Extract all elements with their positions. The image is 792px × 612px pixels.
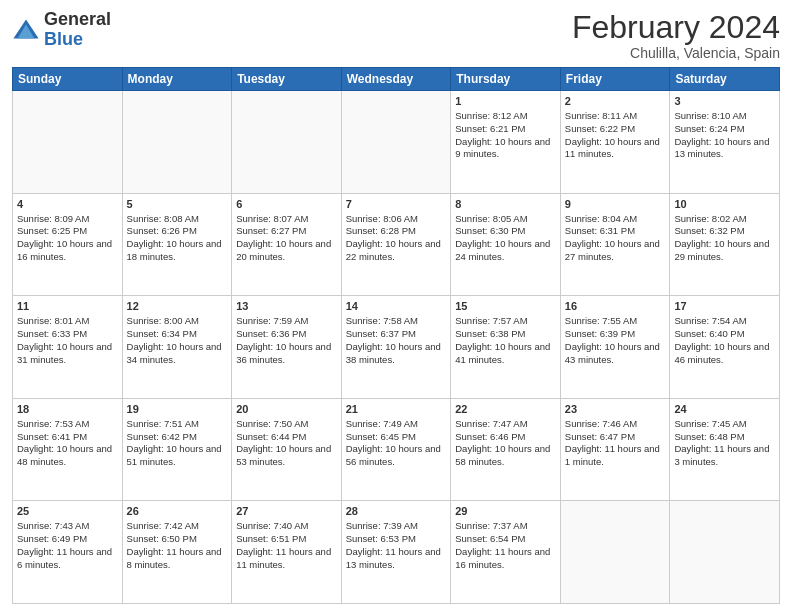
- day-info: Sunrise: 7:47 AMSunset: 6:46 PMDaylight:…: [455, 418, 556, 469]
- weekday-header-monday: Monday: [122, 68, 232, 91]
- logo-blue-text: Blue: [44, 30, 111, 50]
- day-info: Sunrise: 8:00 AMSunset: 6:34 PMDaylight:…: [127, 315, 228, 366]
- day-info: Sunrise: 7:50 AMSunset: 6:44 PMDaylight:…: [236, 418, 337, 469]
- day-number: 9: [565, 197, 666, 212]
- day-number: 17: [674, 299, 775, 314]
- day-info: Sunrise: 8:06 AMSunset: 6:28 PMDaylight:…: [346, 213, 447, 264]
- day-cell: [341, 91, 451, 194]
- day-info: Sunrise: 7:39 AMSunset: 6:53 PMDaylight:…: [346, 520, 447, 571]
- logo-general-text: General: [44, 10, 111, 30]
- day-info: Sunrise: 7:37 AMSunset: 6:54 PMDaylight:…: [455, 520, 556, 571]
- day-cell: 21Sunrise: 7:49 AMSunset: 6:45 PMDayligh…: [341, 398, 451, 501]
- day-number: 3: [674, 94, 775, 109]
- day-number: 29: [455, 504, 556, 519]
- weekday-header-sunday: Sunday: [13, 68, 123, 91]
- logo-icon: [12, 16, 40, 44]
- day-number: 6: [236, 197, 337, 212]
- day-cell: 22Sunrise: 7:47 AMSunset: 6:46 PMDayligh…: [451, 398, 561, 501]
- day-info: Sunrise: 7:40 AMSunset: 6:51 PMDaylight:…: [236, 520, 337, 571]
- day-number: 24: [674, 402, 775, 417]
- day-cell: 9Sunrise: 8:04 AMSunset: 6:31 PMDaylight…: [560, 193, 670, 296]
- day-cell: 24Sunrise: 7:45 AMSunset: 6:48 PMDayligh…: [670, 398, 780, 501]
- day-cell: 29Sunrise: 7:37 AMSunset: 6:54 PMDayligh…: [451, 501, 561, 604]
- day-info: Sunrise: 8:10 AMSunset: 6:24 PMDaylight:…: [674, 110, 775, 161]
- day-number: 8: [455, 197, 556, 212]
- day-number: 15: [455, 299, 556, 314]
- day-info: Sunrise: 7:46 AMSunset: 6:47 PMDaylight:…: [565, 418, 666, 469]
- day-info: Sunrise: 7:43 AMSunset: 6:49 PMDaylight:…: [17, 520, 118, 571]
- day-number: 12: [127, 299, 228, 314]
- day-cell: [670, 501, 780, 604]
- day-cell: 20Sunrise: 7:50 AMSunset: 6:44 PMDayligh…: [232, 398, 342, 501]
- day-number: 10: [674, 197, 775, 212]
- weekday-header-thursday: Thursday: [451, 68, 561, 91]
- day-number: 11: [17, 299, 118, 314]
- day-cell: 15Sunrise: 7:57 AMSunset: 6:38 PMDayligh…: [451, 296, 561, 399]
- title-block: February 2024 Chulilla, Valencia, Spain: [572, 10, 780, 61]
- day-info: Sunrise: 8:11 AMSunset: 6:22 PMDaylight:…: [565, 110, 666, 161]
- day-number: 1: [455, 94, 556, 109]
- week-row-2: 11Sunrise: 8:01 AMSunset: 6:33 PMDayligh…: [13, 296, 780, 399]
- day-cell: [560, 501, 670, 604]
- weekday-header-tuesday: Tuesday: [232, 68, 342, 91]
- day-cell: [232, 91, 342, 194]
- day-info: Sunrise: 7:54 AMSunset: 6:40 PMDaylight:…: [674, 315, 775, 366]
- day-number: 20: [236, 402, 337, 417]
- weekday-header-friday: Friday: [560, 68, 670, 91]
- day-info: Sunrise: 8:01 AMSunset: 6:33 PMDaylight:…: [17, 315, 118, 366]
- day-number: 28: [346, 504, 447, 519]
- day-cell: 14Sunrise: 7:58 AMSunset: 6:37 PMDayligh…: [341, 296, 451, 399]
- day-number: 2: [565, 94, 666, 109]
- day-cell: 1Sunrise: 8:12 AMSunset: 6:21 PMDaylight…: [451, 91, 561, 194]
- page: General Blue February 2024 Chulilla, Val…: [0, 0, 792, 612]
- day-info: Sunrise: 8:12 AMSunset: 6:21 PMDaylight:…: [455, 110, 556, 161]
- weekday-header-saturday: Saturday: [670, 68, 780, 91]
- day-info: Sunrise: 7:42 AMSunset: 6:50 PMDaylight:…: [127, 520, 228, 571]
- week-row-3: 18Sunrise: 7:53 AMSunset: 6:41 PMDayligh…: [13, 398, 780, 501]
- day-cell: 5Sunrise: 8:08 AMSunset: 6:26 PMDaylight…: [122, 193, 232, 296]
- day-info: Sunrise: 7:59 AMSunset: 6:36 PMDaylight:…: [236, 315, 337, 366]
- day-number: 4: [17, 197, 118, 212]
- day-number: 19: [127, 402, 228, 417]
- day-info: Sunrise: 8:07 AMSunset: 6:27 PMDaylight:…: [236, 213, 337, 264]
- day-cell: 12Sunrise: 8:00 AMSunset: 6:34 PMDayligh…: [122, 296, 232, 399]
- day-cell: 18Sunrise: 7:53 AMSunset: 6:41 PMDayligh…: [13, 398, 123, 501]
- day-cell: [13, 91, 123, 194]
- day-number: 26: [127, 504, 228, 519]
- calendar-table: SundayMondayTuesdayWednesdayThursdayFrid…: [12, 67, 780, 604]
- day-cell: 2Sunrise: 8:11 AMSunset: 6:22 PMDaylight…: [560, 91, 670, 194]
- day-cell: 23Sunrise: 7:46 AMSunset: 6:47 PMDayligh…: [560, 398, 670, 501]
- day-number: 22: [455, 402, 556, 417]
- day-cell: 28Sunrise: 7:39 AMSunset: 6:53 PMDayligh…: [341, 501, 451, 604]
- day-cell: 8Sunrise: 8:05 AMSunset: 6:30 PMDaylight…: [451, 193, 561, 296]
- day-cell: 4Sunrise: 8:09 AMSunset: 6:25 PMDaylight…: [13, 193, 123, 296]
- day-info: Sunrise: 7:49 AMSunset: 6:45 PMDaylight:…: [346, 418, 447, 469]
- day-number: 5: [127, 197, 228, 212]
- day-cell: 17Sunrise: 7:54 AMSunset: 6:40 PMDayligh…: [670, 296, 780, 399]
- day-cell: 27Sunrise: 7:40 AMSunset: 6:51 PMDayligh…: [232, 501, 342, 604]
- day-number: 7: [346, 197, 447, 212]
- day-info: Sunrise: 8:02 AMSunset: 6:32 PMDaylight:…: [674, 213, 775, 264]
- day-info: Sunrise: 7:45 AMSunset: 6:48 PMDaylight:…: [674, 418, 775, 469]
- subtitle: Chulilla, Valencia, Spain: [572, 45, 780, 61]
- week-row-1: 4Sunrise: 8:09 AMSunset: 6:25 PMDaylight…: [13, 193, 780, 296]
- day-info: Sunrise: 7:57 AMSunset: 6:38 PMDaylight:…: [455, 315, 556, 366]
- day-cell: 19Sunrise: 7:51 AMSunset: 6:42 PMDayligh…: [122, 398, 232, 501]
- day-info: Sunrise: 8:08 AMSunset: 6:26 PMDaylight:…: [127, 213, 228, 264]
- day-number: 25: [17, 504, 118, 519]
- day-info: Sunrise: 7:58 AMSunset: 6:37 PMDaylight:…: [346, 315, 447, 366]
- day-cell: 13Sunrise: 7:59 AMSunset: 6:36 PMDayligh…: [232, 296, 342, 399]
- day-cell: 16Sunrise: 7:55 AMSunset: 6:39 PMDayligh…: [560, 296, 670, 399]
- day-info: Sunrise: 8:04 AMSunset: 6:31 PMDaylight:…: [565, 213, 666, 264]
- week-row-4: 25Sunrise: 7:43 AMSunset: 6:49 PMDayligh…: [13, 501, 780, 604]
- day-cell: 10Sunrise: 8:02 AMSunset: 6:32 PMDayligh…: [670, 193, 780, 296]
- day-number: 21: [346, 402, 447, 417]
- day-number: 18: [17, 402, 118, 417]
- day-cell: 25Sunrise: 7:43 AMSunset: 6:49 PMDayligh…: [13, 501, 123, 604]
- day-number: 16: [565, 299, 666, 314]
- weekday-header-wednesday: Wednesday: [341, 68, 451, 91]
- day-info: Sunrise: 8:09 AMSunset: 6:25 PMDaylight:…: [17, 213, 118, 264]
- day-cell: 26Sunrise: 7:42 AMSunset: 6:50 PMDayligh…: [122, 501, 232, 604]
- logo: General Blue: [12, 10, 111, 50]
- day-cell: 7Sunrise: 8:06 AMSunset: 6:28 PMDaylight…: [341, 193, 451, 296]
